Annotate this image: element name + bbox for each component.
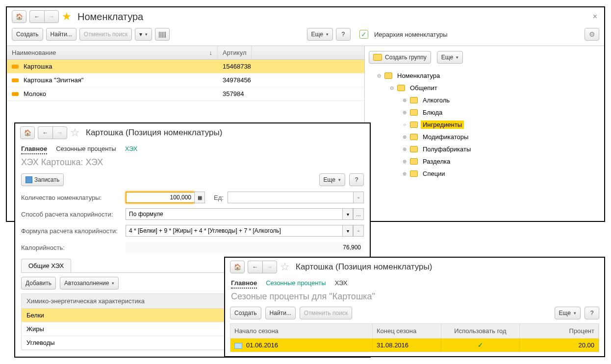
chevron-down-icon[interactable]: ▾ xyxy=(342,225,353,237)
card-more-button[interactable]: Еще▾ xyxy=(319,173,345,186)
autofill-button[interactable]: Автозаполнение▾ xyxy=(60,277,119,290)
expand-icon[interactable]: ○ xyxy=(402,122,407,127)
open-icon[interactable]: ▫ xyxy=(353,192,364,203)
table-row[interactable]: Молоко357984 xyxy=(7,87,364,101)
collapse-icon[interactable]: ⊖ xyxy=(389,85,394,91)
item-icon xyxy=(12,78,19,82)
gear-icon: ⚙ xyxy=(589,30,595,38)
item-icon xyxy=(12,92,19,96)
create-button[interactable]: Создать xyxy=(12,28,43,41)
chevron-down-icon[interactable]: ▾ xyxy=(342,208,353,220)
save-button[interactable]: Записать xyxy=(21,173,64,186)
tree-root[interactable]: ⊖Номенклатура xyxy=(370,70,599,82)
favorite-icon[interactable]: ☆ xyxy=(280,261,290,273)
cal-value xyxy=(126,242,364,253)
qty-label: Количество номенклатуры: xyxy=(21,194,122,201)
col-useyear[interactable]: Использовать год xyxy=(441,324,520,338)
tab-season[interactable]: Сезонные проценты xyxy=(56,144,116,154)
hierarchy-checkbox[interactable]: ✓ xyxy=(359,30,368,39)
tree-item[interactable]: ⊕Разделка xyxy=(370,155,599,168)
card-title: Картошка (Позиция номенклатуры) xyxy=(86,128,222,138)
more-button[interactable]: Еще▾ xyxy=(307,28,333,41)
expand-icon[interactable]: ⊕ xyxy=(402,134,407,140)
help-button[interactable]: ? xyxy=(336,28,351,41)
home-button[interactable]: 🏠 xyxy=(20,126,35,139)
calc-select[interactable] xyxy=(126,208,342,220)
favorite-icon[interactable]: ★ xyxy=(62,10,72,23)
cancel-search-button[interactable]: Отменить поиск xyxy=(300,307,352,319)
folder-icon xyxy=(384,73,392,79)
filter-button[interactable]: ▾▾ xyxy=(135,28,152,41)
back-button[interactable]: ← xyxy=(38,126,52,139)
settings-button[interactable]: ⚙ xyxy=(585,28,599,41)
tree-item[interactable]: ⊕Блюда xyxy=(370,106,599,119)
col-name[interactable]: Наименование↓ xyxy=(7,46,218,59)
tab-hex[interactable]: ХЭХ xyxy=(125,144,138,154)
table-row[interactable]: Картошка "Элитная"34978456 xyxy=(7,73,364,87)
expand-icon[interactable]: ⊕ xyxy=(402,171,407,176)
create-button[interactable]: Создать xyxy=(230,307,261,319)
tab-main[interactable]: Главное xyxy=(21,144,47,154)
unit-input[interactable] xyxy=(228,192,353,203)
date-icon xyxy=(234,343,242,349)
home-button[interactable]: 🏠 xyxy=(230,261,245,273)
disk-icon xyxy=(25,176,32,183)
qty-input[interactable] xyxy=(126,192,194,203)
back-button[interactable]: ← xyxy=(248,261,262,273)
expand-icon[interactable]: ⊕ xyxy=(402,97,407,103)
folder-icon xyxy=(410,109,418,116)
expand-icon[interactable]: ⊕ xyxy=(402,110,407,115)
tree-item[interactable]: ⊕Модификаторы xyxy=(370,131,599,143)
tree-item[interactable]: ⊕Полуфабрикаты xyxy=(370,143,599,155)
item-icon xyxy=(12,65,19,69)
formula-input[interactable] xyxy=(126,225,342,237)
tree-item[interactable]: ○Ингредиенты xyxy=(370,119,599,131)
formula-label: Формула расчета калорийности: xyxy=(21,227,122,235)
col-percent[interactable]: Процент xyxy=(520,324,599,338)
season-row[interactable]: 01.06.2016 31.08.2016 ✓ 20,00 xyxy=(230,339,599,352)
tree-item[interactable]: ⊕Алкоголь xyxy=(370,94,599,106)
folder-icon xyxy=(410,170,418,177)
find-button[interactable]: Найти... xyxy=(46,28,76,41)
more-button[interactable]: Еще▾ xyxy=(555,307,581,319)
forward-button[interactable]: → xyxy=(52,126,67,139)
sort-icon: ↓ xyxy=(209,49,213,56)
back-button[interactable]: ← xyxy=(29,10,44,23)
add-button[interactable]: Добавить xyxy=(21,277,56,290)
find-button[interactable]: Найти... xyxy=(265,307,296,319)
tab-season[interactable]: Сезонные проценты xyxy=(266,278,326,289)
col-article[interactable]: Артикул xyxy=(218,46,252,59)
forward-button[interactable]: → xyxy=(262,261,277,273)
barcode-button[interactable]: ||||| xyxy=(155,28,170,41)
col-end[interactable]: Конец сезона xyxy=(373,324,441,338)
calc-icon[interactable]: ▦ xyxy=(194,192,205,203)
close-button[interactable]: × xyxy=(591,12,599,21)
folder-icon xyxy=(410,146,418,152)
folder-icon xyxy=(410,97,418,103)
forward-button[interactable]: → xyxy=(44,10,59,23)
create-group-button[interactable]: Создать группу xyxy=(369,51,431,64)
cancel-search-button[interactable]: Отменить поиск xyxy=(79,28,132,41)
calc-label: Способ расчета калорийности: xyxy=(21,211,122,218)
card-help-button[interactable]: ? xyxy=(349,173,364,186)
dots-button[interactable]: … xyxy=(353,208,364,220)
expand-icon[interactable]: ⊕ xyxy=(402,146,407,152)
collapse-icon[interactable]: ⊖ xyxy=(377,73,382,78)
page-title: Номенклатура xyxy=(77,11,143,23)
expand-icon[interactable]: ⊕ xyxy=(402,159,407,164)
col-start[interactable]: Начало сезона xyxy=(230,324,373,338)
season-title: Картошка (Позиция номенклатуры) xyxy=(296,262,432,272)
tree-item[interactable]: ⊕Специи xyxy=(370,168,599,180)
season-subtitle: Сезоные проценты для "Картошка" xyxy=(225,291,604,305)
more-groups-button[interactable]: Еще▾ xyxy=(437,51,463,64)
table-row[interactable]: Картошка15468738 xyxy=(7,60,364,73)
open-icon[interactable]: ▫ xyxy=(353,225,364,237)
help-button[interactable]: ? xyxy=(585,307,599,319)
inner-tab-hex[interactable]: Общие ХЭХ xyxy=(21,259,71,272)
tab-main[interactable]: Главное xyxy=(231,278,257,289)
tab-hex[interactable]: ХЭХ xyxy=(335,278,348,289)
tree-group[interactable]: ⊖Общепит xyxy=(370,82,599,94)
favorite-icon[interactable]: ☆ xyxy=(70,126,80,139)
folder-icon xyxy=(410,121,418,128)
home-button[interactable]: 🏠 xyxy=(12,10,26,23)
